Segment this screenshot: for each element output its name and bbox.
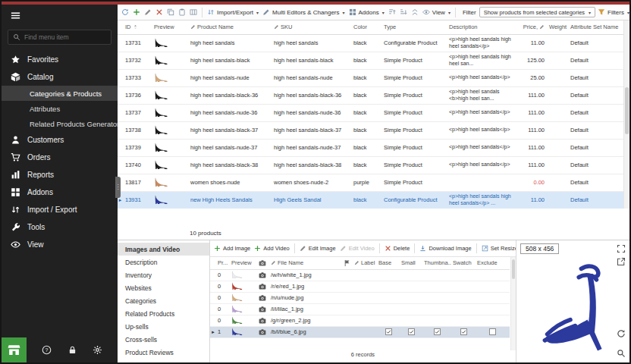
column-header-description[interactable]: Description: [447, 20, 516, 34]
fullscreen-icon[interactable]: [617, 244, 626, 253]
image-row[interactable]: 0/l/i/lilac_1.jpg: [210, 303, 510, 315]
store-button[interactable]: [2, 337, 27, 362]
import-export-menu[interactable]: Import/Export▾: [206, 7, 260, 17]
view-menu[interactable]: View▾: [421, 7, 452, 17]
add-image-button[interactable]: Add Image: [212, 243, 252, 253]
tab-up-sells[interactable]: Up-sells: [118, 320, 209, 333]
tab-images-and-video[interactable]: Images and Video: [118, 243, 209, 256]
column-header-thumbna[interactable]: Thumbna...: [422, 257, 451, 269]
sort-ascending-button[interactable]: [387, 7, 397, 17]
product-row[interactable]: 13738high heel sandals-black-37high heel…: [118, 121, 623, 139]
delete-product-button[interactable]: [154, 7, 165, 17]
column-header-file-name[interactable]: File Name: [269, 257, 342, 269]
settings-button[interactable]: [93, 345, 102, 355]
column-header-swatch[interactable]: Swatch: [451, 257, 476, 269]
open-external-icon[interactable]: [617, 257, 626, 266]
product-row[interactable]: 13740high heel sandals-black-38high heel…: [118, 156, 623, 174]
column-header-product-name[interactable]: Product Name: [188, 20, 272, 34]
column-header-pr[interactable]: Pr...: [216, 257, 230, 269]
image-row[interactable]: ▸1/b/l/blue_6.jpg: [210, 326, 510, 337]
column-header-camera[interactable]: [257, 257, 269, 269]
edit-image-button[interactable]: Edit Image: [298, 243, 337, 253]
category-filter-select[interactable]: Show products from selected categories▾: [479, 7, 595, 17]
image-row[interactable]: 0/r/e/red_1.jpg: [210, 281, 510, 292]
tab-related-products[interactable]: Related Products: [118, 307, 209, 320]
help-button[interactable]: ?: [42, 345, 52, 355]
collapse-all-button[interactable]: [410, 7, 420, 17]
column-header-type[interactable]: Type: [381, 20, 447, 34]
tab-categories[interactable]: Categories: [118, 294, 209, 307]
tab-description[interactable]: Description: [118, 256, 209, 268]
refresh-button[interactable]: [120, 7, 130, 17]
column-header-label[interactable]: Label: [353, 257, 377, 269]
sidebar-search[interactable]: [8, 30, 111, 45]
checkbox[interactable]: [385, 328, 392, 335]
tab-inventory[interactable]: Inventory: [118, 268, 209, 281]
add-product-button[interactable]: [131, 7, 142, 17]
image-row[interactable]: 0/g/r/green_2.jpg: [210, 315, 510, 326]
lock-button[interactable]: [67, 345, 77, 355]
checkbox[interactable]: [460, 328, 467, 335]
sidebar-item-related-products-generator[interactable]: Related Products Generator: [2, 116, 118, 131]
product-row[interactable]: 13731high heel sandalshigh heel sandalsb…: [118, 34, 623, 52]
product-row[interactable]: 13737high heel sandals-nude-36high heel …: [118, 104, 623, 121]
column-header-small[interactable]: Small: [400, 257, 422, 269]
sidebar-splitter[interactable]: ⋮: [115, 177, 121, 198]
tab-cross-sells[interactable]: Cross-sells: [118, 333, 209, 346]
sidebar-item-catalog[interactable]: Catalog: [2, 68, 118, 86]
column-header-price[interactable]: Price,: [516, 20, 547, 34]
sidebar-item-import-export[interactable]: Import / Export: [2, 201, 118, 218]
filters-menu[interactable]: Filters▾: [596, 7, 629, 17]
download-image-button[interactable]: Download Image: [418, 243, 472, 253]
scrollbar-thumb[interactable]: [625, 87, 629, 134]
column-header-id[interactable]: ID: [123, 20, 152, 34]
checkbox[interactable]: [434, 328, 441, 335]
sidebar-item-addons[interactable]: Addons: [2, 184, 118, 201]
tab-product-reviews[interactable]: Product Reviews: [118, 346, 209, 359]
sidebar-item-view[interactable]: View: [2, 236, 118, 253]
product-row[interactable]: 13733high heel sandals-nudehigh heel san…: [118, 69, 623, 86]
menu-toggle-button[interactable]: [2, 5, 118, 27]
zoom-icon[interactable]: [617, 349, 626, 358]
product-row[interactable]: 13736high heel sandals-black-36high heel…: [118, 86, 623, 104]
refresh-preview-icon[interactable]: [617, 329, 626, 338]
column-header-sku[interactable]: SKU: [272, 20, 351, 34]
scrollbar-thumb[interactable]: [512, 259, 515, 279]
delete-button[interactable]: Delete: [383, 243, 412, 253]
tab-websites[interactable]: Websites: [118, 281, 209, 294]
columns-button[interactable]: [188, 7, 199, 17]
image-row[interactable]: 0/n/u/nude.jpg: [210, 292, 510, 303]
copy-button[interactable]: [165, 7, 176, 17]
sidebar-item-reports[interactable]: Reports: [2, 166, 118, 184]
column-header-exclude[interactable]: Exclude: [476, 257, 510, 269]
sidebar-item-orders[interactable]: Orders: [2, 149, 118, 166]
column-header-flag[interactable]: [342, 257, 353, 269]
checkbox[interactable]: [408, 328, 415, 335]
image-row[interactable]: 0/w/h/white_1.jpg: [210, 269, 510, 281]
paste-button[interactable]: [177, 7, 187, 17]
column-header-attribute-set-name[interactable]: Attribute Set Name: [568, 20, 623, 34]
column-header-weight[interactable]: Weight: [547, 20, 568, 34]
products-scrollbar[interactable]: [623, 20, 629, 209]
sidebar-item-tools[interactable]: Tools: [2, 218, 118, 236]
checkbox[interactable]: [489, 328, 496, 335]
multi-editors-changers-menu[interactable]: Multi Editors & Changers▾: [261, 7, 347, 17]
add-video-button[interactable]: Add Video: [253, 243, 290, 253]
product-row[interactable]: 13739high heel sandals-nude-37high heel …: [118, 139, 623, 156]
product-row[interactable]: ▸13931new High Heels SandalsHigh Geels S…: [118, 191, 623, 209]
product-row[interactable]: 13732high heel sandals-blackhigh heel sa…: [118, 52, 623, 69]
set-resize-rule-button[interactable]: Set Resize Rule: [480, 243, 516, 253]
sidebar-item-customers[interactable]: Customers: [2, 131, 118, 149]
product-row[interactable]: 13817women shoes-nudewomen shoes-nude-2p…: [118, 174, 623, 191]
edit-product-button[interactable]: [143, 7, 153, 17]
column-header-preview[interactable]: Preview: [230, 257, 257, 269]
images-scrollbar[interactable]: [510, 257, 516, 350]
column-header-base[interactable]: Base: [377, 257, 400, 269]
sort-descending-button[interactable]: [398, 7, 409, 17]
sidebar-item-categories-products[interactable]: Categories & Products: [2, 86, 118, 101]
menu-search-input[interactable]: [24, 33, 106, 41]
addons-menu[interactable]: Addons▾: [347, 7, 386, 17]
sidebar-item-attributes[interactable]: Attributes: [2, 101, 118, 116]
column-header-color[interactable]: Color: [351, 20, 381, 34]
column-header-preview[interactable]: Preview: [152, 20, 188, 34]
